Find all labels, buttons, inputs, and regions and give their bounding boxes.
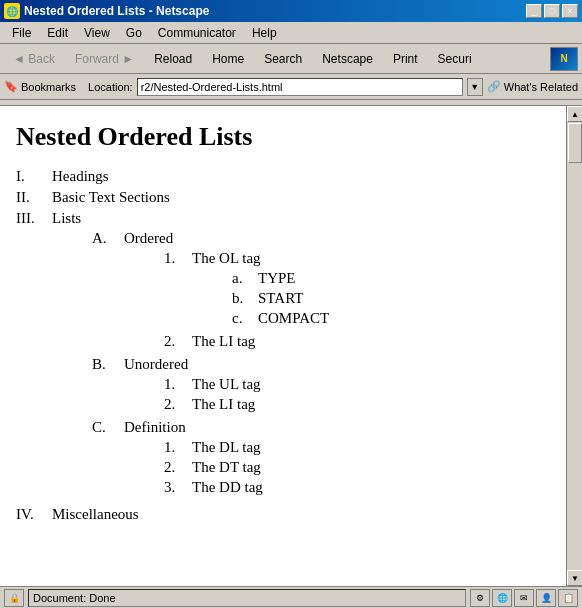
location-input[interactable] — [137, 78, 463, 96]
security-button[interactable]: Securi — [429, 47, 481, 71]
app-icon: 🌐 — [4, 3, 20, 19]
list-item-text: Definition — [124, 419, 186, 435]
list-item: Basic Text Sections — [16, 189, 550, 206]
sub-list-1: The OL tag TYPE START — [164, 250, 329, 350]
list-item-text: TYPE — [258, 270, 296, 287]
list-item-text: Unordered — [124, 356, 188, 372]
menu-file[interactable]: File — [4, 24, 39, 42]
status-text: Document: Done — [28, 589, 466, 607]
scrollbar[interactable]: ▲ ▼ — [566, 106, 582, 586]
forward-button[interactable]: Forward ► — [66, 47, 143, 71]
list-item-text: The LI tag — [192, 333, 255, 350]
scroll-down-button[interactable]: ▼ — [567, 570, 582, 586]
maximize-button[interactable]: □ — [544, 4, 560, 18]
list-item-content: Definition The DL tag The DT tag — [124, 419, 263, 499]
title-bar: 🌐 Nested Ordered Lists - Netscape _ □ × — [0, 0, 582, 22]
scroll-track[interactable] — [567, 122, 582, 570]
list-item: The DT tag — [164, 459, 263, 476]
scroll-thumb[interactable] — [568, 123, 582, 163]
search-button[interactable]: Search — [255, 47, 311, 71]
list-item-text: Basic Text Sections — [52, 189, 170, 206]
list-item-text: Lists — [52, 210, 81, 226]
list-item: The DL tag — [164, 439, 263, 456]
minimize-button[interactable]: _ — [526, 4, 542, 18]
list-item-text: Ordered — [124, 230, 173, 246]
list-item: The LI tag — [164, 333, 329, 350]
title-bar-left: 🌐 Nested Ordered Lists - Netscape — [4, 3, 209, 19]
whats-related-label: What's Related — [504, 81, 578, 93]
print-button[interactable]: Print — [384, 47, 427, 71]
location-dropdown[interactable]: ▼ — [467, 78, 483, 96]
main-list: Headings Basic Text Sections Lists Order… — [16, 168, 550, 523]
list-item: Headings — [16, 168, 550, 185]
location-label: Location: — [88, 81, 133, 93]
scroll-up-button[interactable]: ▲ — [567, 106, 582, 122]
list-item-text: The DT tag — [192, 459, 261, 476]
bookmarks-button[interactable]: 🔖 Bookmarks — [4, 80, 76, 93]
list-item: The LI tag — [164, 396, 261, 413]
list-item-text: Miscellaneous — [52, 506, 139, 523]
list-item-text: START — [258, 290, 303, 307]
reload-button[interactable]: Reload — [145, 47, 201, 71]
status-icon-3: ✉ — [514, 589, 534, 607]
netscape-button[interactable]: Netscape — [313, 47, 382, 71]
bookmarks-label: Bookmarks — [21, 81, 76, 93]
home-button[interactable]: Home — [203, 47, 253, 71]
list-item: The UL tag — [164, 376, 261, 393]
menu-communicator[interactable]: Communicator — [150, 24, 244, 42]
list-item: COMPACT — [232, 310, 329, 327]
list-item-text: The LI tag — [192, 396, 255, 413]
toolbar: ◄ Back Forward ► Reload Home Search Nets… — [0, 44, 582, 74]
list-item-content: The OL tag TYPE START — [192, 250, 329, 330]
back-button[interactable]: ◄ Back — [4, 47, 64, 71]
sub-list-a: Ordered The OL tag — [92, 230, 329, 499]
menu-view[interactable]: View — [76, 24, 118, 42]
menu-go[interactable]: Go — [118, 24, 150, 42]
whats-related-button[interactable]: 🔗 What's Related — [487, 80, 578, 93]
list-item: Miscellaneous — [16, 506, 550, 523]
menu-help[interactable]: Help — [244, 24, 285, 42]
status-icon-4: 👤 — [536, 589, 556, 607]
list-item: Ordered The OL tag — [92, 230, 329, 353]
bookmark-icon: 🔖 — [4, 80, 18, 93]
status-icon-1: ⚙ — [470, 589, 490, 607]
list-item-text: The UL tag — [192, 376, 261, 393]
list-item-content: Unordered The UL tag The LI tag — [124, 356, 261, 416]
list-item-text: COMPACT — [258, 310, 329, 327]
related-icon: 🔗 — [487, 80, 501, 93]
status-icon: 🔒 — [4, 589, 24, 607]
window-controls[interactable]: _ □ × — [526, 4, 578, 18]
netscape-logo: N — [550, 47, 578, 71]
list-item: Definition The DL tag The DT tag — [92, 419, 329, 499]
window-title: Nested Ordered Lists - Netscape — [24, 4, 209, 18]
list-item-text: The DL tag — [192, 439, 261, 456]
status-icon-5: 📋 — [558, 589, 578, 607]
location-bar: 🔖 Bookmarks Location: ▼ 🔗 What's Related — [0, 74, 582, 100]
page-title: Nested Ordered Lists — [16, 122, 550, 152]
list-item-content: Lists Ordered The OL tag — [52, 210, 329, 502]
list-item: START — [232, 290, 329, 307]
list-item-text: The DD tag — [192, 479, 263, 496]
main-content: Nested Ordered Lists Headings Basic Text… — [0, 106, 566, 586]
status-icon-2: 🌐 — [492, 589, 512, 607]
menu-edit[interactable]: Edit — [39, 24, 76, 42]
status-message: Document: Done — [33, 592, 116, 604]
list-item: Lists Ordered The OL tag — [16, 210, 550, 502]
close-button[interactable]: × — [562, 4, 578, 18]
list-item: The OL tag TYPE START — [164, 250, 329, 330]
sub-list-b: The UL tag The LI tag — [164, 376, 261, 413]
content-wrapper: Nested Ordered Lists Headings Basic Text… — [0, 106, 582, 586]
status-bar: 🔒 Document: Done ⚙ 🌐 ✉ 👤 📋 — [0, 586, 582, 608]
list-item-text: Headings — [52, 168, 109, 185]
list-item-text: The OL tag — [192, 250, 261, 266]
list-item: The DD tag — [164, 479, 263, 496]
list-item: TYPE — [232, 270, 329, 287]
list-item-content: Ordered The OL tag — [124, 230, 329, 353]
status-icons: ⚙ 🌐 ✉ 👤 📋 — [470, 589, 578, 607]
list-item: Unordered The UL tag The LI tag — [92, 356, 329, 416]
sub-list-abc: TYPE START COMPACT — [232, 270, 329, 327]
sub-list-c: The DL tag The DT tag The DD tag — [164, 439, 263, 496]
menu-bar: File Edit View Go Communicator Help — [0, 22, 582, 44]
